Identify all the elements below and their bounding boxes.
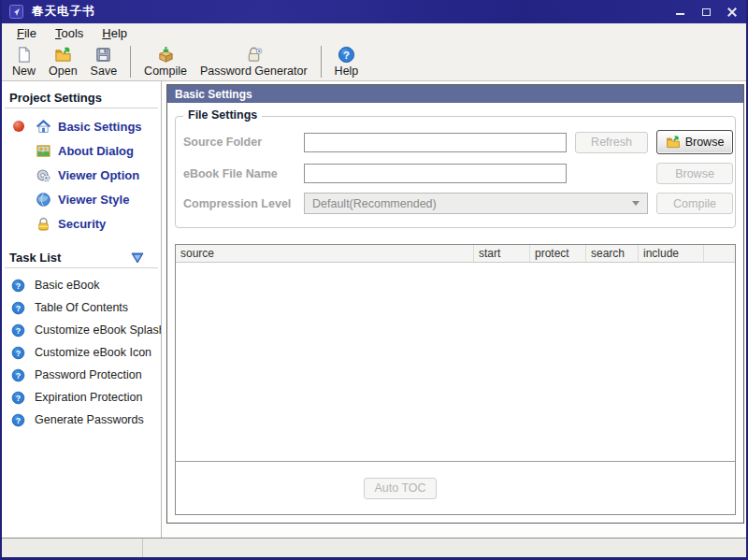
sidebar-item-security[interactable]: Security [2, 211, 161, 236]
main-area: Basic Settings File Settings Source Fold… [162, 81, 746, 538]
task-item-expiration-protection[interactable]: Expiration Protection [2, 386, 161, 409]
panel-title: Basic Settings [167, 85, 743, 103]
question-circle-icon [11, 301, 25, 315]
close-button[interactable] [726, 7, 739, 18]
maximize-icon [702, 8, 711, 16]
save-floppy-icon [94, 46, 112, 64]
panel-body: File Settings Source Folder Refresh Brow… [167, 103, 743, 523]
compile-button[interactable]: Compile [137, 45, 194, 79]
sidebar-item-viewer-option[interactable]: Viewer Option [2, 163, 161, 187]
password-generator-button[interactable]: Password Generator [194, 45, 314, 79]
question-circle-icon [11, 413, 25, 427]
menu-help[interactable]: Help [94, 25, 135, 42]
minimize-icon [676, 13, 684, 15]
task-item-password-protection[interactable]: Password Protection [2, 364, 161, 386]
project-settings-header: Project Settings [2, 87, 161, 108]
table-footer: Auto TOC [176, 461, 735, 514]
sidebar-item-about-dialog[interactable]: About Dialog [2, 138, 161, 163]
source-folder-label: Source Folder [183, 136, 295, 149]
auto-toc-button[interactable]: Auto TOC [364, 478, 437, 499]
question-circle-icon [11, 323, 25, 337]
sidebar: Project Settings Basic Settings About Di… [2, 81, 162, 538]
question-circle-icon [11, 368, 25, 382]
photo-people-icon [36, 143, 51, 159]
ebook-file-name-label: eBook File Name [183, 167, 295, 180]
column-start[interactable]: start [474, 245, 530, 262]
group-title: File Settings [183, 108, 262, 122]
toolbar-separator [321, 46, 322, 78]
titlebar: 春天电子书 [2, 0, 746, 23]
minimize-button[interactable] [673, 7, 686, 18]
task-item-customize-ebook-splash[interactable]: Customize eBook Splash [2, 319, 161, 341]
source-file-list: source start protect search include Auto… [175, 244, 736, 515]
column-protect[interactable]: protect [530, 245, 586, 262]
triangle-down-icon[interactable] [131, 252, 144, 264]
close-icon [727, 7, 737, 17]
question-circle-icon [11, 346, 25, 360]
question-circle-icon [11, 391, 25, 405]
gear-disc-icon [36, 167, 51, 183]
browse-folder-icon [666, 135, 681, 150]
status-cell-left [2, 538, 143, 557]
maximize-button[interactable] [699, 7, 712, 18]
toolbar: New Open Save Compile Password Generator… [2, 43, 746, 81]
save-button[interactable]: Save [84, 45, 124, 79]
task-item-basic-ebook[interactable]: Basic eBook [2, 274, 161, 296]
sidebar-item-basic-settings[interactable]: Basic Settings [2, 114, 161, 138]
open-button[interactable]: Open [42, 45, 84, 79]
password-lock-icon [245, 46, 263, 64]
chevron-down-icon [632, 201, 640, 206]
content-area: Project Settings Basic Settings About Di… [2, 81, 746, 538]
task-item-customize-ebook-icon[interactable]: Customize eBook Icon [2, 341, 161, 364]
window-title: 春天电子书 [32, 4, 95, 20]
source-folder-input[interactable] [304, 133, 567, 152]
compression-level-select[interactable]: Default(Recommended) [304, 193, 648, 214]
new-document-icon [15, 46, 33, 64]
browse-ebook-button[interactable]: Browse [656, 163, 733, 184]
task-item-generate-passwords[interactable]: Generate Passwords [2, 409, 161, 431]
selected-indicator-dot [13, 121, 24, 132]
globe-icon [36, 192, 51, 208]
file-settings-group: File Settings Source Folder Refresh Brow… [175, 116, 736, 228]
app-window: 春天电子书 File Tools Help New Open Save Comp… [0, 0, 748, 560]
open-folder-icon [54, 46, 72, 64]
table-body-empty[interactable] [176, 263, 735, 461]
status-cell-main [143, 538, 746, 557]
task-item-table-of-contents[interactable]: Table Of Contents [2, 296, 161, 319]
column-filler [704, 245, 735, 262]
app-icon [9, 5, 23, 19]
question-circle-icon [11, 279, 25, 293]
help-circle-icon [338, 46, 355, 64]
menu-file[interactable]: File [9, 25, 44, 42]
browse-source-button[interactable]: Browse [656, 130, 733, 154]
column-search[interactable]: search [586, 245, 639, 262]
compression-level-label: Compression Level [183, 197, 295, 210]
basic-settings-panel: Basic Settings File Settings Source Fold… [166, 84, 744, 524]
compile-form-button[interactable]: Compile [656, 193, 733, 214]
divider [5, 267, 158, 268]
table-header: source start protect search include [176, 245, 735, 263]
padlock-icon [36, 216, 51, 232]
menu-tools[interactable]: Tools [48, 25, 91, 42]
compile-package-icon [157, 46, 175, 64]
column-source[interactable]: source [176, 245, 474, 262]
new-button[interactable]: New [6, 45, 42, 79]
help-button[interactable]: Help [328, 45, 366, 79]
column-include[interactable]: include [639, 245, 704, 262]
menubar: File Tools Help [2, 23, 746, 43]
ebook-file-name-input[interactable] [304, 164, 567, 183]
statusbar [2, 538, 746, 557]
task-list-header: Task List [2, 247, 161, 267]
toolbar-separator [130, 46, 131, 78]
refresh-button[interactable]: Refresh [575, 132, 648, 153]
sidebar-item-viewer-style[interactable]: Viewer Style [2, 187, 161, 211]
home-icon [36, 119, 51, 135]
divider [5, 108, 158, 108]
